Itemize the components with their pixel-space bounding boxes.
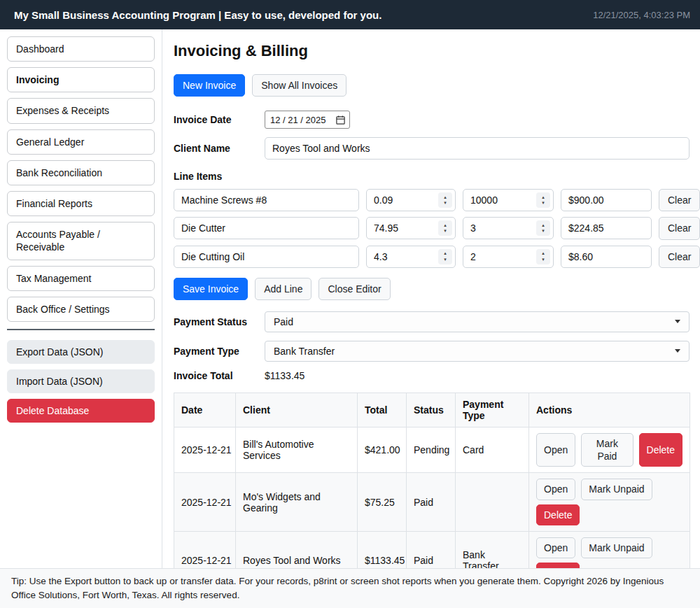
clear-line-button[interactable]: Clear (659, 246, 700, 268)
delete-database-button[interactable]: Delete Database (7, 399, 155, 423)
column-header-actions: Actions (529, 393, 690, 427)
line-total-input[interactable] (561, 217, 652, 239)
actions-line: Delete (536, 504, 682, 525)
number-stepper-icon[interactable]: ▴▾ (438, 249, 452, 264)
editor-buttons: Save Invoice Add Line Close Editor (174, 278, 690, 300)
sidebar-item-accounts-payable-receivable[interactable]: Accounts Payable / Receivable (7, 222, 155, 260)
new-invoice-button[interactable]: New Invoice (174, 74, 245, 97)
sidebar-divider (7, 329, 155, 330)
invoice-date-row: Invoice Date 12 / 21 / 2025 (174, 111, 690, 129)
line-total-input[interactable] (561, 189, 652, 211)
line-qty-field: ▴▾ (463, 189, 554, 211)
delete-invoice-button[interactable]: Delete (639, 433, 682, 467)
invoice-date-cell: 2025-12-21 (174, 473, 236, 531)
sidebar-item-invoicing[interactable]: Invoicing (7, 67, 155, 92)
sidebar: Dashboard Invoicing Expenses & Receipts … (0, 29, 162, 568)
mark-unpaid-button[interactable]: Mark Unpaid (581, 537, 652, 558)
app-window: My Small Business Accounting Program | E… (0, 0, 700, 608)
invoice-actions-cell: Open Mark Paid Delete (529, 427, 690, 472)
sidebar-item-tax-management[interactable]: Tax Management (7, 266, 155, 291)
line-qty-field: ▴▾ (463, 217, 554, 239)
number-stepper-icon[interactable]: ▴▾ (536, 249, 550, 264)
clear-line-button[interactable]: Clear (659, 189, 700, 211)
actions-line: Open Mark Unpaid (536, 537, 682, 558)
line-price-field: ▴▾ (366, 217, 456, 239)
mark-unpaid-button[interactable]: Mark Unpaid (581, 479, 652, 500)
number-stepper-icon[interactable]: ▴▾ (536, 220, 550, 236)
invoices-table: Date Client Total Status Payment Type Ac… (174, 393, 690, 590)
column-header-client: Client (236, 393, 358, 427)
invoice-total-label: Invoice Total (174, 370, 265, 381)
line-total-input[interactable] (561, 246, 652, 268)
open-invoice-button[interactable]: Open (536, 433, 575, 467)
mark-paid-button[interactable]: Mark Paid (581, 433, 633, 467)
sidebar-item-dashboard[interactable]: Dashboard (7, 36, 155, 62)
sidebar-item-back-office-settings[interactable]: Back Office / Settings (7, 297, 155, 322)
column-header-status: Status (407, 393, 456, 427)
body-row: Dashboard Invoicing Expenses & Receipts … (0, 29, 700, 568)
delete-invoice-button[interactable]: Delete (536, 504, 580, 525)
invoice-date-input[interactable]: 12 / 21 / 2025 (265, 111, 350, 129)
show-all-invoices-button[interactable]: Show All Invoices (252, 74, 346, 97)
invoice-status-cell: Pending (407, 427, 456, 472)
main-content: Invoicing & Billing New Invoice Show All… (162, 29, 700, 568)
invoice-payment-type-cell (456, 473, 529, 531)
invoice-total-row: Invoice Total $1133.45 (174, 370, 690, 381)
export-data-button[interactable]: Export Data (JSON) (7, 340, 155, 364)
client-name-row: Client Name (174, 137, 690, 160)
invoice-toolbar: New Invoice Show All Invoices (174, 74, 690, 97)
line-description-input[interactable] (174, 189, 359, 211)
payment-type-row: Payment Type Bank Transfer (174, 341, 690, 362)
line-items-label: Line Items (174, 171, 690, 182)
invoice-total-cell: $75.25 (358, 473, 407, 531)
line-item-row: ▴▾ ▴▾ Clear (174, 189, 690, 211)
payment-type-value: Bank Transfer (274, 346, 335, 357)
app-title: My Small Business Accounting Program | E… (14, 9, 382, 21)
payment-type-label: Payment Type (174, 346, 265, 357)
open-invoice-button[interactable]: Open (536, 479, 575, 500)
sidebar-item-expenses-receipts[interactable]: Expenses & Receipts (7, 98, 155, 123)
invoice-actions-cell: Open Mark Unpaid Delete (529, 473, 690, 531)
line-item-row: ▴▾ ▴▾ Clear (174, 246, 690, 268)
column-header-payment-type: Payment Type (456, 393, 529, 427)
footer-tip-text: Tip: Use the Export button to back up or… (11, 574, 689, 603)
line-price-field: ▴▾ (366, 246, 456, 268)
column-header-total: Total (358, 393, 407, 427)
line-description-input[interactable] (174, 246, 359, 268)
table-row: 2025-12-21 Mo's Widgets and Gearing $75.… (174, 473, 690, 531)
sidebar-item-general-ledger[interactable]: General Ledger (7, 129, 155, 155)
import-data-button[interactable]: Import Data (JSON) (7, 369, 155, 393)
add-line-button[interactable]: Add Line (255, 278, 312, 300)
footer: Tip: Use the Export button to back up or… (0, 568, 700, 608)
calendar-icon[interactable] (335, 115, 346, 125)
table-row: 2025-12-21 Bill's Automotive Services $4… (174, 427, 690, 472)
clock-timestamp: 12/21/2025, 4:03:23 PM (593, 10, 690, 20)
payment-type-select[interactable]: Bank Transfer (265, 341, 690, 362)
sidebar-item-bank-reconciliation[interactable]: Bank Reconciliation (7, 160, 155, 185)
app-header: My Small Business Accounting Program | E… (0, 0, 700, 29)
invoice-total-value: $1133.45 (265, 370, 304, 381)
open-invoice-button[interactable]: Open (536, 537, 575, 558)
actions-line: Open Mark Paid Delete (536, 433, 682, 467)
client-name-label: Client Name (174, 143, 265, 154)
close-editor-button[interactable]: Close Editor (318, 278, 390, 300)
sidebar-item-financial-reports[interactable]: Financial Reports (7, 191, 155, 216)
column-header-date: Date (174, 393, 236, 427)
invoice-date-cell: 2025-12-21 (174, 427, 236, 472)
payment-status-label: Payment Status (174, 316, 265, 327)
number-stepper-icon[interactable]: ▴▾ (438, 220, 452, 236)
line-price-field: ▴▾ (366, 189, 456, 211)
line-qty-field: ▴▾ (463, 246, 554, 268)
payment-status-select[interactable]: Paid (265, 311, 690, 332)
client-name-input[interactable] (265, 137, 690, 160)
actions-group: Open Mark Unpaid Delete (536, 479, 682, 525)
number-stepper-icon[interactable]: ▴▾ (438, 192, 452, 208)
save-invoice-button[interactable]: Save Invoice (174, 278, 248, 300)
chevron-down-icon (675, 320, 680, 323)
number-stepper-icon[interactable]: ▴▾ (536, 192, 550, 208)
invoice-date-value: 12 / 21 / 2025 (270, 115, 326, 125)
line-description-input[interactable] (174, 217, 359, 239)
payment-status-row: Payment Status Paid (174, 311, 690, 332)
invoice-client-cell: Bill's Automotive Services (236, 427, 358, 472)
clear-line-button[interactable]: Clear (659, 217, 700, 239)
